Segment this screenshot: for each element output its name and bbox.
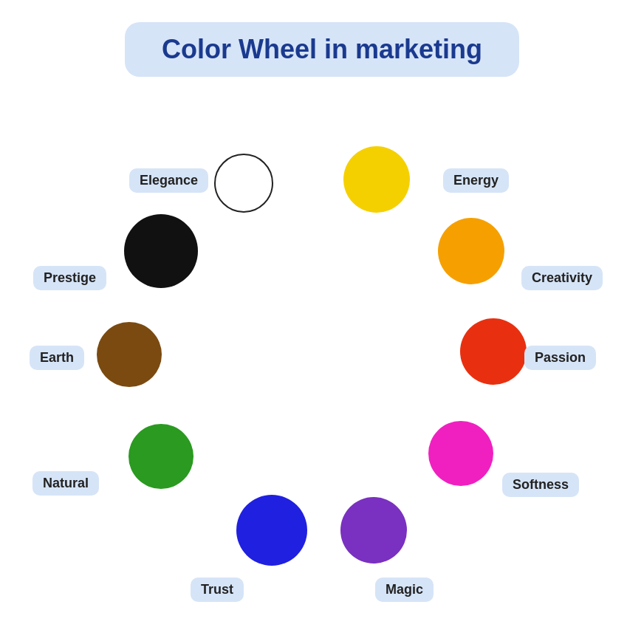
- color-circle-orange: [438, 218, 504, 284]
- color-circle-blue: [236, 495, 307, 566]
- label-orange: Creativity: [521, 266, 603, 290]
- label-yellow: Energy: [443, 168, 509, 193]
- label-pink: Softness: [502, 473, 579, 497]
- color-circle-yellow: [343, 146, 410, 213]
- color-circle-purple: [340, 497, 407, 564]
- label-blue: Trust: [191, 578, 244, 602]
- title-container: Color Wheel in marketing: [125, 22, 519, 77]
- color-circle-black: [124, 214, 198, 288]
- page-title: Color Wheel in marketing: [162, 34, 482, 64]
- label-green: Natural: [32, 471, 99, 496]
- label-brown: Earth: [30, 346, 84, 370]
- color-circle-white: [214, 154, 273, 213]
- label-purple: Magic: [375, 578, 434, 602]
- label-black: Prestige: [33, 266, 106, 290]
- color-circle-green: [129, 424, 193, 489]
- color-circle-brown: [97, 322, 162, 387]
- label-red: Passion: [524, 346, 596, 370]
- label-white: Elegance: [129, 168, 208, 193]
- color-circle-pink: [428, 421, 493, 486]
- color-circle-red: [460, 318, 527, 385]
